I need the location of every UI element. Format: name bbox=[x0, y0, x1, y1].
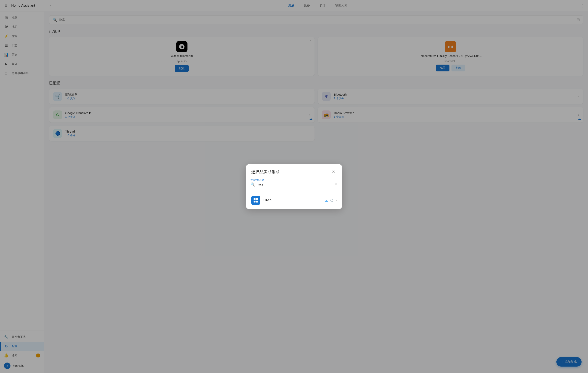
modal-title: 选择品牌或集成 bbox=[251, 169, 280, 175]
hacs-brand-icon bbox=[251, 196, 260, 205]
hacs-label: HACS bbox=[263, 199, 321, 202]
modal-search-container: 搜索品牌名称 🔍 ✕ bbox=[251, 179, 337, 188]
svg-rect-1 bbox=[256, 198, 258, 200]
modal-clear-icon[interactable]: ✕ bbox=[335, 182, 337, 187]
modal-overlay[interactable]: 选择品牌或集成 ✕ 搜索品牌名称 🔍 ✕ bbox=[0, 0, 588, 373]
modal-search-input[interactable] bbox=[257, 183, 333, 186]
modal-item-hacs[interactable]: HACS ☁ ⬡ › bbox=[246, 193, 342, 208]
modal-results: HACS ☁ ⬡ › bbox=[246, 192, 342, 209]
svg-rect-0 bbox=[254, 198, 255, 200]
hacs-chevron-icon: › bbox=[336, 198, 337, 202]
svg-rect-3 bbox=[256, 201, 258, 202]
modal-dialog: 选择品牌或集成 ✕ 搜索品牌名称 🔍 ✕ bbox=[246, 164, 342, 209]
hacs-icons: ☁ ⬡ › bbox=[324, 198, 337, 203]
hacs-box-icon: ⬡ bbox=[330, 198, 334, 202]
modal-search-label: 搜索品牌名称 bbox=[251, 179, 337, 181]
modal-close-button[interactable]: ✕ bbox=[330, 169, 337, 175]
modal-search-icon: 🔍 bbox=[251, 182, 255, 187]
modal-search-row: 🔍 ✕ bbox=[251, 182, 337, 188]
hacs-cloud-icon: ☁ bbox=[324, 198, 328, 203]
svg-rect-2 bbox=[254, 201, 255, 202]
modal-header: 选择品牌或集成 ✕ bbox=[246, 164, 342, 179]
